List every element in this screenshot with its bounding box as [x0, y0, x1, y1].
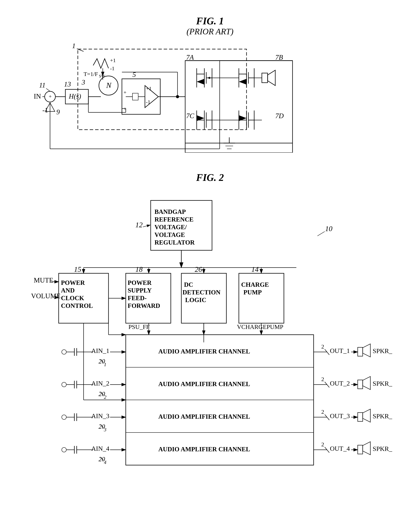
- svg-marker-33: [207, 77, 210, 79]
- cp-line2: PUMP: [243, 289, 262, 296]
- volume-label: VOLUME: [31, 292, 60, 300]
- label-7C: 7C: [186, 112, 194, 120]
- fig2-diagram: 10 BANDGAP REFERENCE VOLTAGE/ VOLTAGE RE…: [28, 189, 392, 477]
- svg-rect-153: [358, 445, 363, 454]
- comp-plus: +1: [146, 86, 152, 91]
- bandgap-line2: REFERENCE: [154, 216, 194, 223]
- out1-label: OUT_1: [330, 347, 350, 354]
- page: FIG. 1 (PRIOR ART) 1 IN + 11 -1 9: [0, 0, 420, 524]
- label-14: 14: [251, 265, 259, 273]
- svg-line-85: [143, 225, 150, 227]
- plus1-top: +1: [110, 57, 116, 63]
- svg-marker-149: [363, 409, 370, 422]
- dc-line3: LOGIC: [185, 297, 206, 303]
- power-clock-line1: POWER: [61, 279, 85, 286]
- label-7D: 7D: [275, 112, 284, 120]
- psu-ff-label: PSU_FF: [129, 323, 150, 330]
- out1-num: 2: [321, 343, 324, 350]
- vchargepump-label: VCHARGEPUMP: [237, 323, 283, 330]
- dc-line2: DETECTION: [182, 289, 221, 296]
- bandgap-line4: VOLTAGE: [154, 231, 185, 238]
- psu-line1: POWER: [128, 279, 152, 286]
- label-7A: 7A: [186, 53, 194, 61]
- power-clock-line2: AND: [61, 287, 75, 294]
- label-13: 13: [64, 80, 71, 88]
- svg-marker-41: [268, 70, 275, 86]
- svg-point-111: [62, 350, 66, 354]
- out3-label: OUT_3: [330, 412, 350, 419]
- label-9: 9: [56, 108, 60, 116]
- fig1-title-block: FIG. 1 (PRIOR ART): [23, 15, 397, 36]
- sum-plus: +: [49, 93, 52, 99]
- label-18: 18: [135, 265, 143, 273]
- fig1-diagram: 1 IN + 11 -1 9 H(s) 13: [28, 38, 392, 153]
- fig2-label: FIG. 2: [23, 172, 397, 183]
- out4-num: 2: [321, 441, 324, 447]
- in-plus: +: [123, 89, 127, 95]
- in-label: IN: [34, 92, 41, 100]
- bandgap-line5: REGULATOR: [154, 239, 195, 246]
- spkr3-label: SPKR_3: [373, 412, 392, 420]
- svg-point-125: [62, 415, 66, 419]
- label-7B: 7B: [275, 53, 283, 61]
- svg-marker-154: [363, 442, 370, 455]
- svg-rect-16: [132, 93, 138, 100]
- svg-marker-139: [363, 344, 370, 357]
- audio-ch2: AUDIO AMPLIFIER CHANNEL: [158, 381, 250, 387]
- modulator-n: N: [106, 81, 112, 90]
- svg-rect-40: [262, 73, 268, 83]
- dc-line1: DC: [184, 281, 193, 288]
- label-11: 11: [39, 81, 45, 89]
- out4-label: OUT_4: [330, 445, 350, 452]
- svg-rect-148: [358, 412, 363, 421]
- svg-marker-66: [197, 79, 204, 85]
- cp-line1: CHARGE: [241, 281, 269, 288]
- ain3-label: AIN_3: [91, 412, 109, 419]
- svg-point-132: [62, 447, 66, 452]
- psu-line2: SUPPLY: [128, 287, 152, 294]
- audio-ch3: AUDIO AMPLIFIER CHANNEL: [158, 413, 250, 420]
- hs-label: H(s): [69, 92, 81, 100]
- svg-marker-68: [239, 79, 247, 85]
- svg-rect-97: [239, 273, 284, 323]
- svg-point-118: [62, 382, 66, 387]
- fig1-prior-art: (PRIOR ART): [23, 27, 397, 36]
- fig1-label: FIG. 1: [23, 15, 397, 27]
- svg-rect-138: [358, 347, 363, 356]
- ain2-label: AIN_2: [91, 380, 109, 387]
- label-20-4-sub: 4: [104, 460, 106, 465]
- out2-num: 2: [321, 376, 324, 382]
- label-20-3-sub: 3: [104, 427, 106, 433]
- ain1-label: AIN_1: [91, 347, 109, 354]
- label-1: 1: [72, 42, 76, 50]
- out3-num: 2: [321, 409, 324, 415]
- label-20-1-sub: 1: [104, 362, 106, 367]
- audio-ch4: AUDIO AMPLIFIER CHANNEL: [158, 446, 250, 453]
- label-3: 3: [81, 79, 85, 86]
- mute-label: MUTE: [34, 276, 53, 284]
- ain4-label: AIN_4: [91, 445, 109, 452]
- label-15: 15: [74, 265, 81, 273]
- svg-marker-144: [363, 376, 370, 390]
- out2-label: OUT_2: [330, 380, 350, 387]
- svg-rect-143: [358, 380, 363, 389]
- spkr2-label: SPKR_2: [373, 380, 392, 387]
- label-10: 10: [325, 225, 332, 233]
- audio-ch1: AUDIO AMPLIFIER CHANNEL: [158, 348, 250, 355]
- power-clock-line4: CONTROL: [61, 302, 93, 309]
- neg1-top: -1: [110, 65, 114, 71]
- spkr4-label: SPKR_4: [373, 445, 392, 452]
- power-clock-line3: CLOCK: [61, 295, 84, 302]
- svg-line-83: [317, 232, 325, 236]
- label-20-2-sub: 2: [104, 394, 106, 400]
- label-26: 26: [195, 265, 202, 273]
- svg-rect-0: [78, 49, 247, 130]
- bandgap-line1: BANDGAP: [154, 208, 186, 215]
- psu-line3: FEED-: [128, 295, 147, 302]
- t-label: T=1/F: [84, 71, 98, 77]
- svg-line-4: [46, 88, 50, 91]
- label-12: 12: [135, 221, 143, 229]
- spkr1-label: SPKR_1: [373, 347, 392, 354]
- fig2-title-block: FIG. 2: [23, 172, 397, 183]
- comp-minus: -1: [146, 99, 150, 105]
